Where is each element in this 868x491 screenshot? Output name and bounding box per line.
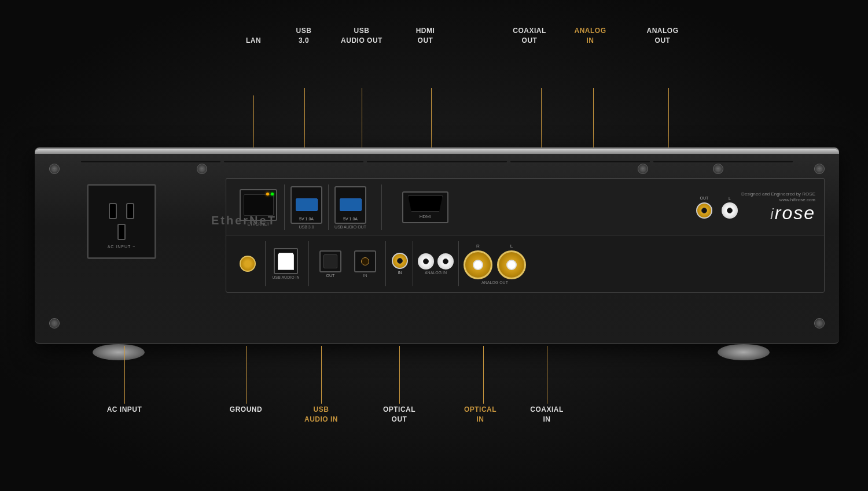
top-connector-row: ETHERNET 5V 1.0A USB 3.0 5V 1.0A: [226, 178, 825, 236]
coaxial-in-rca: [392, 253, 408, 269]
vent-3: [367, 161, 506, 163]
line-coaxial-in: [547, 346, 547, 404]
label-analog-in: ANALOGIN: [570, 26, 610, 46]
coaxial-out-section: OUT: [696, 196, 712, 219]
optical-in-port: [354, 250, 376, 272]
website: www.hifirose.com: [779, 197, 815, 202]
analog-out-l-rca: [497, 250, 526, 279]
analog-in-l: L: [722, 197, 738, 219]
optical-out-section: OUT: [316, 250, 345, 278]
usb-audio-out-section: 5V 1.0A USB AUDIO OUT: [331, 186, 370, 229]
branding-section: Designed and Engineered by ROSE www.hifi…: [741, 191, 815, 224]
ac-slot-right: [126, 203, 134, 219]
analog-out-bottom-label: ANALOG OUT: [481, 280, 508, 285]
line-optical-out: [399, 346, 400, 404]
analog-out-r-label: R: [476, 243, 480, 249]
label-usb-audio-out: USBAUDIO OUT: [339, 26, 385, 46]
line-ac: [124, 346, 125, 404]
vent-1: [81, 161, 220, 163]
device-vents: [81, 161, 793, 163]
coaxial-in-section: IN: [392, 253, 408, 275]
ground-section: [235, 256, 260, 272]
optical-out-label: OUT: [326, 274, 335, 278]
eth-led-orange: [266, 193, 269, 195]
div-3: [381, 184, 382, 230]
screw-br: [814, 318, 825, 328]
screw-bl: [49, 318, 60, 328]
label-coaxial-out: COAXIALOUT: [506, 26, 553, 46]
analog-in-lr: L: [722, 197, 738, 219]
usb-audio-in-section: USB AUDIO IN: [270, 248, 301, 279]
analog-in-l-label: L: [729, 197, 731, 201]
coaxial-in-label: IN: [398, 271, 402, 275]
line-usb-audio-in: [321, 346, 322, 404]
device-top-strip: [35, 149, 839, 154]
label-usb-audio-in-bottom: USBAUDIO IN: [295, 405, 347, 424]
label-analog-out: ANALOGOUT: [639, 26, 686, 46]
analog-out-l: L: [497, 243, 526, 279]
usb-b-inner: [278, 253, 294, 270]
div-6: [385, 241, 386, 286]
label-coaxial-in-bottom: COAXIALIN: [521, 405, 573, 424]
ac-slots: [109, 203, 134, 219]
analog-in-l-rca: [722, 202, 738, 219]
usb30-spec: 5V 1.0A: [292, 217, 321, 221]
div-4: [265, 241, 266, 286]
foot-right: [718, 344, 770, 360]
usb-audio-in-port: [274, 248, 298, 274]
ac-input-port: AC INPUT ~: [87, 184, 156, 259]
brand-name: irose: [770, 202, 815, 224]
usb30-label: USB 3.0: [299, 225, 314, 229]
vent-2: [224, 161, 363, 163]
optical-in-section: IN: [351, 250, 380, 278]
div-8: [458, 241, 459, 286]
screw-t2: [197, 164, 207, 174]
analog-in-section: L: [722, 197, 738, 219]
analog-out-rca-group: R L: [464, 243, 526, 279]
analog-out-r-rca: [464, 250, 492, 279]
optical-out-port: [319, 250, 341, 272]
optical-in-label: IN: [363, 274, 367, 278]
analog-out-l-label: L: [510, 243, 513, 249]
div-1: [284, 184, 285, 230]
hdmi-slot: [408, 195, 443, 212]
ethernet-big-text: EtherNeT: [211, 214, 277, 227]
analog-in-r-rca: [418, 253, 434, 270]
eth-led-green: [271, 193, 274, 195]
analog-in-bottom-label: ANALOG IN: [425, 271, 447, 275]
analog-in-rca-group: [418, 253, 454, 270]
brand-rose: rose: [775, 202, 815, 223]
hdmi-port: HDMI: [402, 191, 448, 223]
screw-t3: [638, 164, 648, 174]
brand-i: i: [770, 205, 775, 223]
foot-left: [93, 344, 145, 360]
usb-audio-out-port: 5V 1.0A: [334, 186, 366, 224]
usb-audio-out-inner: [340, 198, 362, 211]
ac-slot-left: [109, 203, 117, 219]
usb30-inner: [296, 198, 318, 211]
label-usb30: USB3.0: [286, 26, 321, 46]
hdmi-port-label: HDMI: [420, 214, 431, 219]
scene: LAN USB3.0 USBAUDIO OUT HDMIOUT COAXIALO…: [0, 0, 868, 491]
screw-tr: [814, 164, 825, 174]
vent-4: [510, 161, 650, 163]
ground-screw: [240, 256, 256, 272]
div-5: [308, 241, 309, 286]
screw-t4: [713, 164, 723, 174]
coaxial-out-rca: [696, 202, 712, 219]
ac-device-label: AC INPUT ~: [89, 245, 155, 249]
label-hdmi-out: HDMIOUT: [405, 26, 446, 46]
analog-out-r: R: [464, 243, 492, 279]
usb-audio-in-bottom-label: USB AUDIO IN: [272, 275, 299, 279]
bottom-connector-row: USB AUDIO IN OUT IN: [226, 235, 825, 293]
label-optical-in-bottom: OPTICALIN: [457, 405, 503, 424]
label-optical-out-bottom: OPTICALOUT: [376, 405, 422, 424]
label-ac-input-bottom: AC Input: [95, 405, 153, 415]
optical-out-inner: [323, 254, 337, 268]
line-ground: [246, 346, 247, 404]
hdmi-section: HDMI: [393, 191, 457, 223]
analog-in-l2-rca: [437, 253, 454, 270]
optical-in-inner: [361, 257, 369, 265]
div-2: [328, 184, 329, 230]
analog-in-lr-section: ANALOG IN: [418, 253, 454, 275]
